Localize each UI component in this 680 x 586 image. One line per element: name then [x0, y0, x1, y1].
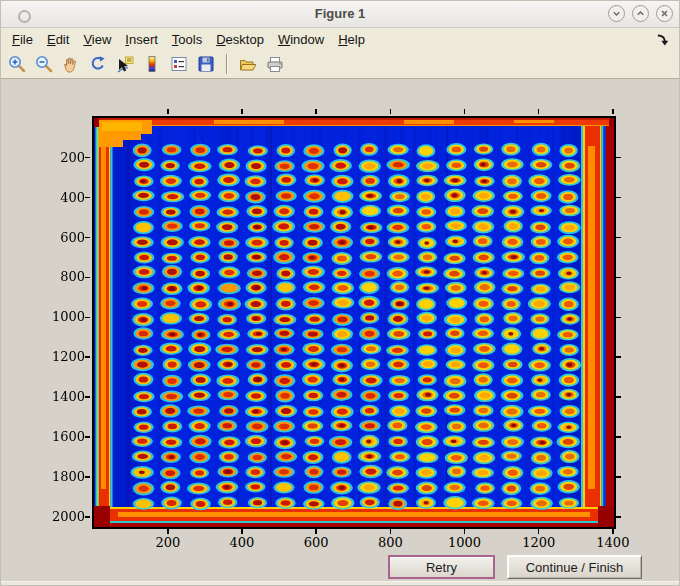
y-tick-label: 800 — [41, 269, 85, 285]
open-file-button[interactable] — [237, 53, 259, 75]
y-tick-label: 1200 — [41, 349, 85, 365]
data-cursor-icon — [115, 54, 135, 74]
colorbar-icon — [142, 54, 162, 74]
legend-icon — [169, 54, 189, 74]
menu-window[interactable]: Window — [271, 30, 331, 49]
menu-edit-rest: dit — [56, 32, 70, 47]
y-tick-right — [616, 396, 621, 398]
toolbar — [1, 50, 679, 79]
shade-button[interactable] — [608, 5, 625, 22]
y-tick-right — [616, 317, 621, 319]
y-tick-label: 1800 — [41, 469, 85, 485]
y-tick — [85, 197, 90, 199]
microarray-image — [94, 118, 614, 527]
zoom-out-icon — [34, 54, 54, 74]
menu-tools[interactable]: Tools — [165, 30, 209, 49]
open-folder-icon — [238, 54, 258, 74]
chevron-down-icon — [611, 8, 622, 19]
y-tick-right — [616, 436, 621, 438]
menu-view[interactable]: View — [76, 30, 118, 49]
x-tick-top — [612, 109, 614, 114]
x-tick-top — [464, 109, 466, 114]
menu-edit-mnemonic: E — [47, 32, 56, 47]
y-tick-label: 1000 — [41, 309, 85, 325]
menu-file-mnemonic: F — [12, 32, 20, 47]
maximize-button[interactable] — [632, 5, 649, 22]
continue-finish-button[interactable]: Continue / Finish — [507, 555, 642, 579]
menu-help[interactable]: Help — [331, 30, 372, 49]
retry-button[interactable]: Retry — [388, 555, 495, 579]
save-figure-button[interactable] — [195, 53, 217, 75]
pan-hand-icon — [61, 54, 81, 74]
rotate-3d-button[interactable] — [87, 53, 109, 75]
x-tick-label: 1200 — [509, 535, 569, 551]
save-icon — [196, 54, 216, 74]
x-tick-top — [538, 109, 540, 114]
figure-window: Figure 1 File Edit View — [0, 0, 680, 586]
pan-button[interactable] — [60, 53, 82, 75]
print-figure-button[interactable] — [264, 53, 286, 75]
printer-icon — [265, 54, 285, 74]
window-controls — [608, 5, 673, 22]
x-tick-label: 1000 — [435, 535, 495, 551]
y-tick-right — [616, 237, 621, 239]
x-tick — [241, 529, 243, 534]
menu-window-mnemonic: W — [278, 32, 290, 47]
x-tick-label: 1400 — [583, 535, 643, 551]
y-tick — [85, 317, 90, 319]
x-tick-top — [315, 109, 317, 114]
x-tick-label: 400 — [212, 535, 272, 551]
y-tick-right — [616, 157, 621, 159]
y-tick — [85, 277, 90, 279]
menu-file[interactable]: File — [5, 30, 40, 49]
y-tick-right — [616, 197, 621, 199]
menu-view-mnemonic: V — [83, 32, 91, 47]
y-tick — [85, 157, 90, 159]
insert-colorbar-button[interactable] — [141, 53, 163, 75]
x-tick-top — [390, 109, 392, 114]
y-tick-label: 1600 — [41, 429, 85, 445]
zoom-out-button[interactable] — [33, 53, 55, 75]
menu-help-mnemonic: H — [338, 32, 347, 47]
close-button[interactable] — [656, 5, 673, 22]
menu-desktop-mnemonic: D — [216, 32, 225, 47]
plot-axes — [92, 116, 616, 529]
y-tick-label: 600 — [41, 230, 85, 246]
x-tick — [167, 529, 169, 534]
close-icon — [659, 8, 670, 19]
dock-figure-button[interactable] — [655, 32, 669, 46]
x-tick — [390, 529, 392, 534]
x-tick-label: 600 — [286, 535, 346, 551]
menubar: File Edit View Insert Tools Desktop Wind… — [1, 28, 679, 50]
toolbar-separator — [226, 54, 228, 74]
y-tick-right — [616, 277, 621, 279]
menu-insert[interactable]: Insert — [118, 30, 165, 49]
zoom-in-icon — [7, 54, 27, 74]
x-tick — [538, 529, 540, 534]
chevron-up-icon — [635, 8, 646, 19]
x-tick-label: 200 — [138, 535, 198, 551]
menu-tools-rest: ools — [178, 32, 202, 47]
data-cursor-button[interactable] — [114, 53, 136, 75]
rotate-3d-icon — [88, 54, 108, 74]
menu-file-rest: ile — [20, 32, 33, 47]
y-tick — [85, 516, 90, 518]
y-tick — [85, 436, 90, 438]
window-bottom-edge — [1, 581, 679, 586]
y-tick-label: 200 — [41, 150, 85, 166]
y-tick-right — [616, 516, 621, 518]
x-tick — [612, 529, 614, 534]
menu-insert-rest: nsert — [129, 32, 158, 47]
menu-desktop[interactable]: Desktop — [209, 30, 271, 49]
x-tick — [464, 529, 466, 534]
menu-view-rest: iew — [92, 32, 112, 47]
y-tick-label: 400 — [41, 190, 85, 206]
menu-edit[interactable]: Edit — [40, 30, 76, 49]
y-tick-right — [616, 476, 621, 478]
insert-legend-button[interactable] — [168, 53, 190, 75]
zoom-in-button[interactable] — [6, 53, 28, 75]
y-tick-label: 1400 — [41, 389, 85, 405]
y-tick — [85, 476, 90, 478]
x-tick — [315, 529, 317, 534]
x-tick-top — [167, 109, 169, 114]
